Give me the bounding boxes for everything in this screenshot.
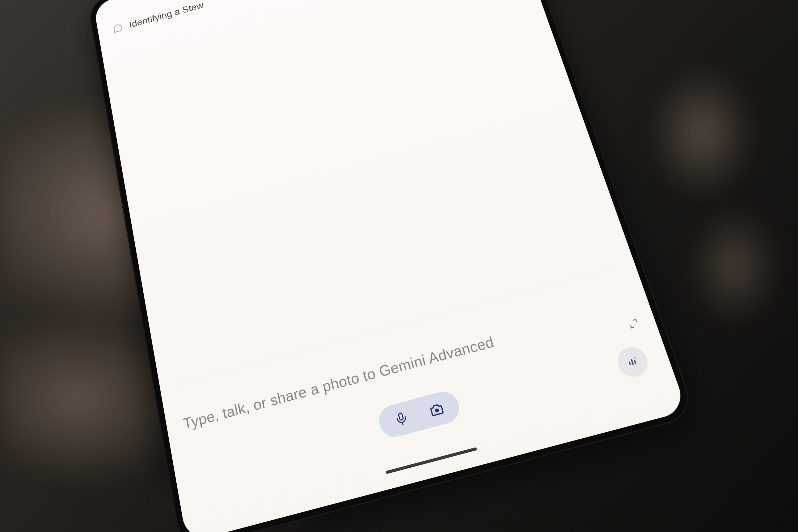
history-item-label: Identifying a Stew	[129, 0, 204, 30]
svg-rect-4	[633, 360, 636, 364]
history-list: a Travel right now? Identifying a Stew	[93, 0, 516, 46]
action-pill	[376, 388, 463, 440]
camera-icon	[428, 401, 445, 419]
camera-button[interactable]	[427, 400, 446, 420]
svg-rect-3	[631, 359, 634, 365]
svg-point-1	[435, 409, 438, 412]
svg-rect-0	[398, 413, 403, 420]
history-item[interactable]: Identifying a Stew	[111, 0, 500, 38]
sparkle-icon	[624, 354, 641, 370]
svg-rect-2	[629, 361, 631, 365]
expand-button[interactable]	[625, 315, 643, 332]
microphone-icon	[393, 410, 410, 428]
home-indicator[interactable]	[385, 447, 477, 474]
mic-button[interactable]	[392, 409, 411, 429]
chat-icon	[112, 22, 124, 34]
expand-icon	[627, 317, 640, 330]
